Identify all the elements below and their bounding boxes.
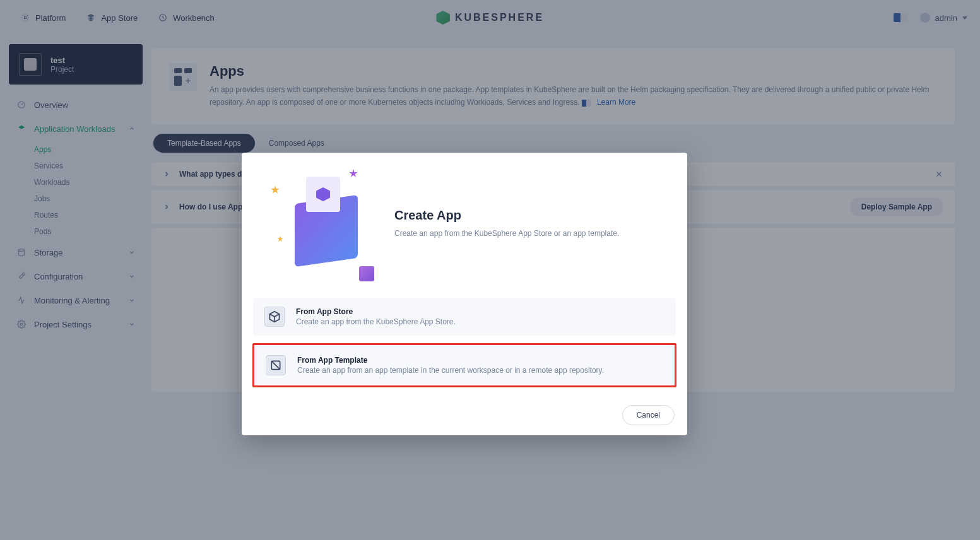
option-store-title: From App Store xyxy=(296,307,456,316)
option-template-desc: Create an app from an app template in th… xyxy=(297,366,604,375)
create-app-modal: Create App Create an app from the KubeSp… xyxy=(242,153,687,435)
modal-title: Create App xyxy=(394,208,619,223)
cancel-button[interactable]: Cancel xyxy=(622,405,675,425)
option-from-template-highlight: From App Template Create an app from an … xyxy=(252,343,676,387)
modal-footer: Cancel xyxy=(242,395,687,435)
modal-body: From App Store Create an app from the Ku… xyxy=(242,298,687,387)
cube-icon xyxy=(264,307,285,327)
modal-header: Create App Create an app from the KubeSp… xyxy=(242,153,687,298)
option-store-desc: Create an app from the KubeSphere App St… xyxy=(296,317,456,326)
option-from-app-store[interactable]: From App Store Create an app from the Ku… xyxy=(253,298,676,336)
option-template-title: From App Template xyxy=(297,356,604,365)
modal-subtitle: Create an app from the KubeSphere App St… xyxy=(394,229,619,238)
option-from-app-template[interactable]: From App Template Create an app from an … xyxy=(254,346,675,384)
modal-illustration xyxy=(256,163,377,283)
template-icon xyxy=(266,355,286,375)
